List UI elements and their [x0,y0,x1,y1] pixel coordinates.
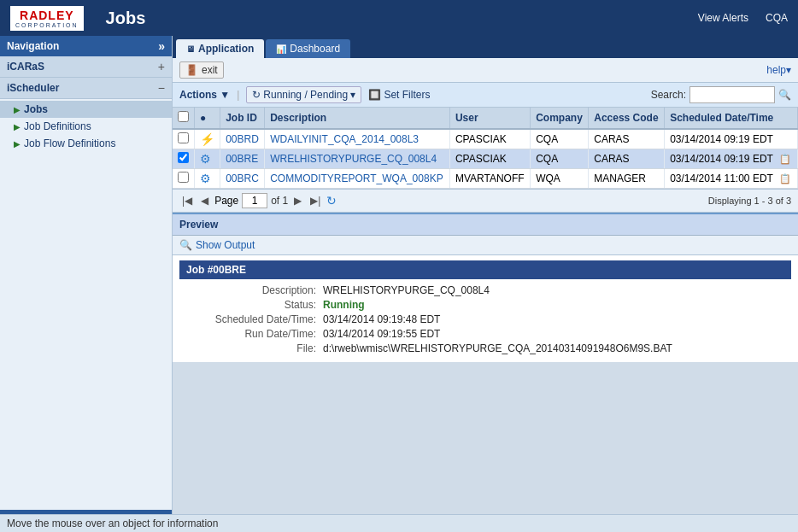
row1-access-code: CARAS [589,129,665,149]
exit-label: exit [202,64,218,76]
user-label: CQA [766,12,788,24]
dashboard-tab-label: Dashboard [290,43,340,55]
search-go-button[interactable]: 🔍 [778,89,791,101]
jobs-arrow-icon: ▶ [14,105,21,114]
view-alerts-link[interactable]: View Alerts [698,12,748,24]
icaras-row: iCARaS + [0,56,172,78]
nav-items: ▶ Jobs ▶ Job Definitions ▶ Job Flow Defi… [0,99,172,154]
col-user[interactable]: User [449,108,530,129]
col-description[interactable]: Description [265,108,450,129]
help-button[interactable]: help▾ [766,64,791,76]
description-field-label: Description: [179,284,316,296]
row1-job-id[interactable]: 00BRD [220,129,265,149]
select-all-checkbox[interactable] [178,111,189,122]
ischeduler-label[interactable]: iScheduler [7,82,59,94]
prev-page-button[interactable]: ◀ [198,194,211,208]
file-field-label: File: [179,342,316,354]
file-field-value: d:\rweb\wmisc\WRELHISTORYPURGE_CQA_20140… [323,342,672,354]
tab-application[interactable]: 🖥 Application [176,39,264,58]
ischeduler-collapse-button[interactable]: − [158,81,165,95]
row1-status: ⚡ [195,129,220,149]
status-message: Move the mouse over an object for inform… [7,517,218,529]
row2-checkbox-cell [173,149,195,169]
sidebar-item-job-flow-definitions[interactable]: ▶ Job Flow Definitions [0,135,172,152]
row2-description-link[interactable]: WRELHISTORYPURGE_CQ_008L4 [270,153,437,165]
set-filters-button[interactable]: 🔲 Set Filters [368,89,430,101]
nav-collapse-button[interactable]: » [158,39,165,53]
refresh-button[interactable]: ↻ [326,194,337,208]
job-flow-label: Job Flow Definitions [24,137,115,149]
table-row: ⚙ 00BRE WRELHISTORYPURGE_CQ_008L4 CPASCI… [173,149,798,169]
page-number-input[interactable] [242,193,267,208]
row2-access-code: CARAS [589,149,665,169]
next-page-button[interactable]: ▶ [291,194,304,208]
dashboard-tab-icon: 📊 [276,44,286,54]
job-definitions-label: Job Definitions [24,120,91,132]
row1-checkbox[interactable] [178,132,189,143]
exit-button[interactable]: 🚪 exit [179,61,224,79]
tab-dashboard[interactable]: 📊 Dashboard [266,39,350,58]
row3-status-icon: ⚙ [200,172,211,185]
row2-copy-icon[interactable]: 📋 [779,154,791,164]
row1-description-link[interactable]: WDAILYINIT_CQA_2014_008L3 [270,133,419,145]
row3-access-code: MANAGER [589,169,665,189]
logo-corp: CORPORATION [15,22,79,28]
row1-job-id-link[interactable]: 00BRD [226,133,259,145]
actions-dropdown-button[interactable]: Actions ▼ [179,89,230,101]
col-job-id[interactable]: Job ID [220,108,265,129]
show-output-label[interactable]: Show Output [196,239,255,251]
search-input[interactable] [689,86,775,103]
row3-checkbox[interactable] [178,172,189,183]
first-page-button[interactable]: |◀ [179,194,195,208]
preview-job-title: Job #00BRE [179,260,791,279]
col-checkbox [173,108,195,129]
status-bar: Move the mouse over an object for inform… [0,514,798,532]
show-output-bar[interactable]: 🔍 Show Output [173,236,798,255]
icaras-label[interactable]: iCARaS [7,61,44,73]
preview-label: Preview [179,219,218,231]
last-page-button[interactable]: ▶| [308,194,323,208]
row1-description[interactable]: WDAILYINIT_CQA_2014_008L3 [265,129,450,149]
refresh-small-icon: ↻ [252,89,261,101]
magnifier-icon: 🔍 [179,239,192,251]
application-tab-label: Application [198,43,254,55]
row3-description[interactable]: COMMODITYREPORT_WQA_008KP [265,169,450,189]
search-area: Search: 🔍 [651,86,791,103]
exit-icon: 🚪 [185,64,198,76]
col-scheduled[interactable]: Scheduled Date/Time [665,108,798,129]
preview-row-description: Description: WRELHISTORYPURGE_CQ_008L4 [179,284,791,296]
pagination-bar: |◀ ◀ Page of 1 ▶ ▶| ↻ Displaying 1 - 3 o… [173,189,798,213]
row2-description[interactable]: WRELHISTORYPURGE_CQ_008L4 [265,149,450,169]
col-access-code[interactable]: Access Code [589,108,665,129]
row3-company: WQA [531,169,589,189]
page-nav: |◀ ◀ Page of 1 ▶ ▶| ↻ [179,193,337,208]
header-title: Jobs [106,9,698,28]
filter-icon: 🔲 [368,89,381,101]
row3-status: ⚙ [195,169,220,189]
col-company[interactable]: Company [531,108,589,129]
scheduled-field-label: Scheduled Date/Time: [179,313,316,325]
separator: | [237,89,239,101]
preview-row-scheduled: Scheduled Date/Time: 03/14/2014 09:19:48… [179,313,791,325]
run-field-label: Run Date/Time: [179,328,316,340]
row3-description-link[interactable]: COMMODITYREPORT_WQA_008KP [270,172,443,184]
row2-checkbox[interactable] [178,152,189,163]
ischeduler-row: iScheduler − [0,78,172,99]
row3-copy-icon[interactable]: 📋 [779,173,791,184]
row2-job-id-link[interactable]: 00BRE [226,153,258,165]
running-pending-label: Running / Pending ▾ [263,89,355,101]
row3-job-id-link[interactable]: 00BRC [226,172,259,184]
sidebar-item-jobs[interactable]: ▶ Jobs [0,101,172,118]
row3-job-id[interactable]: 00BRC [220,169,265,189]
running-pending-button[interactable]: ↻ Running / Pending ▾ [246,86,361,103]
row3-user: MVARTANOFF [449,169,530,189]
icaras-expand-button[interactable]: + [158,60,165,73]
row1-user: CPASCIAK [449,129,530,149]
row1-company: CQA [531,129,589,149]
header-links: View Alerts CQA [698,12,788,24]
row2-user: CPASCIAK [449,149,530,169]
search-label: Search: [651,89,686,101]
sidebar-item-job-definitions[interactable]: ▶ Job Definitions [0,118,172,135]
row2-job-id[interactable]: 00BRE [220,149,265,169]
table-row: ⚡ 00BRD WDAILYINIT_CQA_2014_008L3 CPASCI… [173,129,798,149]
